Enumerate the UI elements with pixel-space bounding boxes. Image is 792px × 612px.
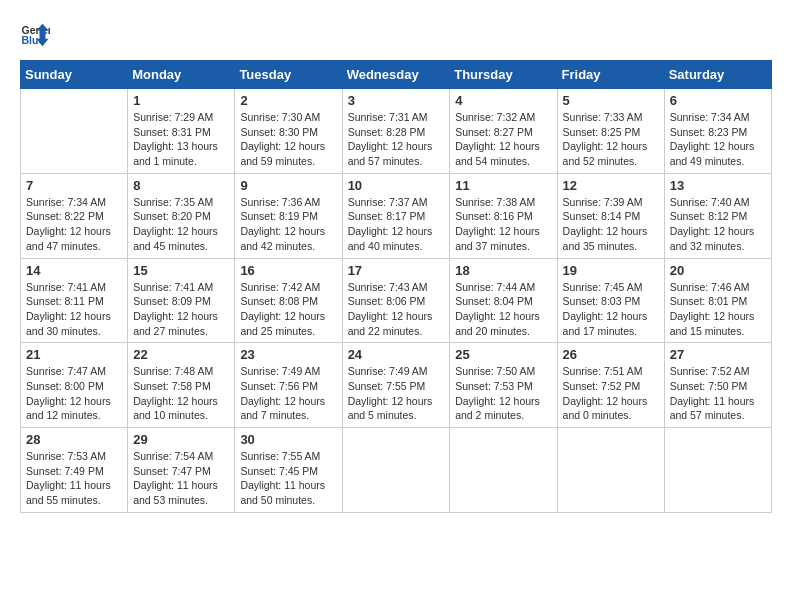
calendar-cell: 18Sunrise: 7:44 AM Sunset: 8:04 PM Dayli… <box>450 258 557 343</box>
day-number: 29 <box>133 432 229 447</box>
cell-info: Sunrise: 7:31 AM Sunset: 8:28 PM Dayligh… <box>348 110 445 169</box>
calendar: SundayMondayTuesdayWednesdayThursdayFrid… <box>20 60 772 513</box>
weekday-header-sunday: Sunday <box>21 61 128 89</box>
calendar-cell: 17Sunrise: 7:43 AM Sunset: 8:06 PM Dayli… <box>342 258 450 343</box>
day-number: 15 <box>133 263 229 278</box>
calendar-cell: 5Sunrise: 7:33 AM Sunset: 8:25 PM Daylig… <box>557 89 664 174</box>
weekday-header-saturday: Saturday <box>664 61 771 89</box>
calendar-cell: 3Sunrise: 7:31 AM Sunset: 8:28 PM Daylig… <box>342 89 450 174</box>
cell-info: Sunrise: 7:41 AM Sunset: 8:09 PM Dayligh… <box>133 280 229 339</box>
day-number: 20 <box>670 263 766 278</box>
cell-info: Sunrise: 7:36 AM Sunset: 8:19 PM Dayligh… <box>240 195 336 254</box>
calendar-cell: 8Sunrise: 7:35 AM Sunset: 8:20 PM Daylig… <box>128 173 235 258</box>
calendar-cell <box>664 428 771 513</box>
calendar-cell <box>450 428 557 513</box>
calendar-cell: 24Sunrise: 7:49 AM Sunset: 7:55 PM Dayli… <box>342 343 450 428</box>
calendar-cell: 12Sunrise: 7:39 AM Sunset: 8:14 PM Dayli… <box>557 173 664 258</box>
calendar-cell: 14Sunrise: 7:41 AM Sunset: 8:11 PM Dayli… <box>21 258 128 343</box>
calendar-cell: 9Sunrise: 7:36 AM Sunset: 8:19 PM Daylig… <box>235 173 342 258</box>
calendar-cell: 22Sunrise: 7:48 AM Sunset: 7:58 PM Dayli… <box>128 343 235 428</box>
cell-info: Sunrise: 7:53 AM Sunset: 7:49 PM Dayligh… <box>26 449 122 508</box>
calendar-cell <box>342 428 450 513</box>
calendar-cell <box>21 89 128 174</box>
cell-info: Sunrise: 7:42 AM Sunset: 8:08 PM Dayligh… <box>240 280 336 339</box>
cell-info: Sunrise: 7:49 AM Sunset: 7:56 PM Dayligh… <box>240 364 336 423</box>
day-number: 26 <box>563 347 659 362</box>
day-number: 18 <box>455 263 551 278</box>
week-row-3: 21Sunrise: 7:47 AM Sunset: 8:00 PM Dayli… <box>21 343 772 428</box>
day-number: 1 <box>133 93 229 108</box>
week-row-2: 14Sunrise: 7:41 AM Sunset: 8:11 PM Dayli… <box>21 258 772 343</box>
calendar-cell: 26Sunrise: 7:51 AM Sunset: 7:52 PM Dayli… <box>557 343 664 428</box>
cell-info: Sunrise: 7:50 AM Sunset: 7:53 PM Dayligh… <box>455 364 551 423</box>
cell-info: Sunrise: 7:38 AM Sunset: 8:16 PM Dayligh… <box>455 195 551 254</box>
week-row-0: 1Sunrise: 7:29 AM Sunset: 8:31 PM Daylig… <box>21 89 772 174</box>
calendar-cell: 10Sunrise: 7:37 AM Sunset: 8:17 PM Dayli… <box>342 173 450 258</box>
day-number: 24 <box>348 347 445 362</box>
calendar-cell: 6Sunrise: 7:34 AM Sunset: 8:23 PM Daylig… <box>664 89 771 174</box>
cell-info: Sunrise: 7:45 AM Sunset: 8:03 PM Dayligh… <box>563 280 659 339</box>
weekday-header-thursday: Thursday <box>450 61 557 89</box>
cell-info: Sunrise: 7:49 AM Sunset: 7:55 PM Dayligh… <box>348 364 445 423</box>
cell-info: Sunrise: 7:46 AM Sunset: 8:01 PM Dayligh… <box>670 280 766 339</box>
calendar-cell: 7Sunrise: 7:34 AM Sunset: 8:22 PM Daylig… <box>21 173 128 258</box>
day-number: 9 <box>240 178 336 193</box>
cell-info: Sunrise: 7:51 AM Sunset: 7:52 PM Dayligh… <box>563 364 659 423</box>
calendar-cell: 21Sunrise: 7:47 AM Sunset: 8:00 PM Dayli… <box>21 343 128 428</box>
day-number: 12 <box>563 178 659 193</box>
logo-icon: General Blue <box>20 20 50 50</box>
cell-info: Sunrise: 7:55 AM Sunset: 7:45 PM Dayligh… <box>240 449 336 508</box>
calendar-cell: 29Sunrise: 7:54 AM Sunset: 7:47 PM Dayli… <box>128 428 235 513</box>
week-row-4: 28Sunrise: 7:53 AM Sunset: 7:49 PM Dayli… <box>21 428 772 513</box>
cell-info: Sunrise: 7:29 AM Sunset: 8:31 PM Dayligh… <box>133 110 229 169</box>
calendar-cell: 30Sunrise: 7:55 AM Sunset: 7:45 PM Dayli… <box>235 428 342 513</box>
cell-info: Sunrise: 7:41 AM Sunset: 8:11 PM Dayligh… <box>26 280 122 339</box>
calendar-cell: 11Sunrise: 7:38 AM Sunset: 8:16 PM Dayli… <box>450 173 557 258</box>
day-number: 7 <box>26 178 122 193</box>
week-row-1: 7Sunrise: 7:34 AM Sunset: 8:22 PM Daylig… <box>21 173 772 258</box>
cell-info: Sunrise: 7:44 AM Sunset: 8:04 PM Dayligh… <box>455 280 551 339</box>
day-number: 17 <box>348 263 445 278</box>
day-number: 5 <box>563 93 659 108</box>
calendar-cell: 4Sunrise: 7:32 AM Sunset: 8:27 PM Daylig… <box>450 89 557 174</box>
calendar-cell: 1Sunrise: 7:29 AM Sunset: 8:31 PM Daylig… <box>128 89 235 174</box>
calendar-cell: 16Sunrise: 7:42 AM Sunset: 8:08 PM Dayli… <box>235 258 342 343</box>
cell-info: Sunrise: 7:43 AM Sunset: 8:06 PM Dayligh… <box>348 280 445 339</box>
day-number: 11 <box>455 178 551 193</box>
day-number: 25 <box>455 347 551 362</box>
calendar-cell: 20Sunrise: 7:46 AM Sunset: 8:01 PM Dayli… <box>664 258 771 343</box>
cell-info: Sunrise: 7:52 AM Sunset: 7:50 PM Dayligh… <box>670 364 766 423</box>
day-number: 6 <box>670 93 766 108</box>
cell-info: Sunrise: 7:54 AM Sunset: 7:47 PM Dayligh… <box>133 449 229 508</box>
cell-info: Sunrise: 7:32 AM Sunset: 8:27 PM Dayligh… <box>455 110 551 169</box>
day-number: 30 <box>240 432 336 447</box>
day-number: 27 <box>670 347 766 362</box>
day-number: 4 <box>455 93 551 108</box>
day-number: 2 <box>240 93 336 108</box>
cell-info: Sunrise: 7:40 AM Sunset: 8:12 PM Dayligh… <box>670 195 766 254</box>
day-number: 13 <box>670 178 766 193</box>
cell-info: Sunrise: 7:34 AM Sunset: 8:23 PM Dayligh… <box>670 110 766 169</box>
cell-info: Sunrise: 7:33 AM Sunset: 8:25 PM Dayligh… <box>563 110 659 169</box>
day-number: 16 <box>240 263 336 278</box>
weekday-header-wednesday: Wednesday <box>342 61 450 89</box>
day-number: 3 <box>348 93 445 108</box>
day-number: 14 <box>26 263 122 278</box>
weekday-header-row: SundayMondayTuesdayWednesdayThursdayFrid… <box>21 61 772 89</box>
logo: General Blue <box>20 20 50 50</box>
cell-info: Sunrise: 7:30 AM Sunset: 8:30 PM Dayligh… <box>240 110 336 169</box>
calendar-cell: 15Sunrise: 7:41 AM Sunset: 8:09 PM Dayli… <box>128 258 235 343</box>
cell-info: Sunrise: 7:37 AM Sunset: 8:17 PM Dayligh… <box>348 195 445 254</box>
calendar-body: 1Sunrise: 7:29 AM Sunset: 8:31 PM Daylig… <box>21 89 772 513</box>
day-number: 21 <box>26 347 122 362</box>
weekday-header-monday: Monday <box>128 61 235 89</box>
calendar-cell: 28Sunrise: 7:53 AM Sunset: 7:49 PM Dayli… <box>21 428 128 513</box>
day-number: 8 <box>133 178 229 193</box>
calendar-cell: 27Sunrise: 7:52 AM Sunset: 7:50 PM Dayli… <box>664 343 771 428</box>
calendar-cell: 25Sunrise: 7:50 AM Sunset: 7:53 PM Dayli… <box>450 343 557 428</box>
day-number: 19 <box>563 263 659 278</box>
cell-info: Sunrise: 7:48 AM Sunset: 7:58 PM Dayligh… <box>133 364 229 423</box>
calendar-cell: 23Sunrise: 7:49 AM Sunset: 7:56 PM Dayli… <box>235 343 342 428</box>
day-number: 22 <box>133 347 229 362</box>
calendar-cell <box>557 428 664 513</box>
